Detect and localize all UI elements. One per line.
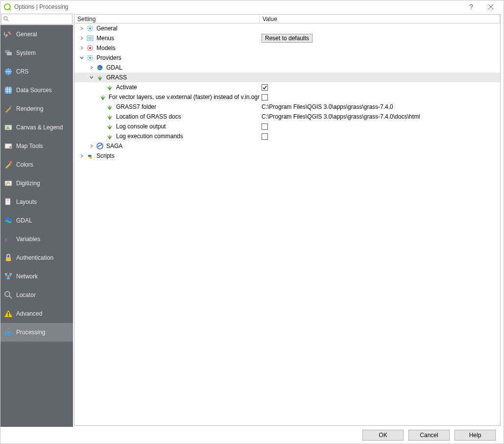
svg-point-36	[7, 331, 10, 334]
tree-grass-item-1[interactable]: For vector layers, use v.external (faste…	[74, 92, 500, 102]
sidebar-item-label: Locator	[16, 292, 36, 298]
svg-point-4	[4, 17, 7, 20]
title-bar: Options | Processing ?	[0, 0, 504, 13]
chevron-right-icon[interactable]	[88, 143, 95, 149]
sidebar-item-colors[interactable]: Colors	[0, 155, 73, 174]
sidebar-item-map-tools[interactable]: Map Tools	[0, 137, 73, 155]
sidebar-item-processing[interactable]: Processing	[0, 323, 73, 342]
tree-gdal[interactable]: GDAL	[74, 63, 500, 73]
svg-rect-7	[7, 52, 12, 55]
row-value[interactable]: C:\Program Files\QGIS 3.0\apps\grass\gra…	[260, 113, 500, 120]
sidebar-item-label: Canvas & Legend	[16, 124, 63, 131]
tree-grass[interactable]: GRASS	[74, 73, 500, 82]
svg-line-64	[92, 49, 93, 50]
svg-line-51	[92, 30, 93, 31]
chevron-right-icon[interactable]	[78, 25, 85, 32]
checkbox[interactable]	[262, 84, 268, 91]
grass-icon	[99, 93, 106, 101]
col-value-header[interactable]: Value	[260, 15, 500, 23]
sidebar-item-label: Colors	[16, 161, 33, 168]
svg-line-5	[7, 20, 9, 22]
layouts-icon	[3, 197, 13, 207]
sidebar-item-label: Rendering	[16, 105, 43, 112]
row-value[interactable]	[260, 84, 500, 91]
reset-defaults-button[interactable]: Reset to defaults	[262, 34, 312, 43]
sidebar-item-label: Advanced	[16, 310, 42, 317]
sidebar-item-label: System	[16, 49, 36, 56]
tree-grass-item-2[interactable]: GRASS7 folderC:\Program Files\QGIS 3.0\a…	[74, 102, 500, 112]
sidebar-item-label: Map Tools	[16, 143, 43, 149]
svg-text:ε: ε	[5, 236, 8, 243]
svg-line-1	[9, 8, 11, 10]
chevron-down-icon[interactable]	[78, 54, 85, 61]
sidebar-item-digitizing[interactable]: Digitizing	[0, 174, 73, 193]
saga-icon	[96, 142, 104, 150]
value-text[interactable]: C:\Program Files\QGIS 3.0\apps\grass\gra…	[262, 103, 393, 110]
tree-grass-item-4[interactable]: Log console output	[74, 122, 500, 131]
close-button[interactable]	[481, 1, 501, 13]
sidebar-item-data-sources[interactable]: Data Sources	[0, 81, 73, 99]
tree-grass-item-0[interactable]: Activate	[74, 82, 500, 92]
row-value[interactable]	[260, 94, 500, 100]
checkbox[interactable]	[262, 94, 268, 100]
tree-models[interactable]: Models	[74, 43, 500, 53]
chevron-right-icon[interactable]	[78, 45, 85, 51]
sidebar-item-label: Authentication	[16, 254, 53, 261]
sidebar-item-locator[interactable]: Locator	[0, 286, 73, 304]
tree-grass-item-5[interactable]: Log execution commands	[74, 131, 500, 141]
col-setting-header[interactable]: Setting	[74, 15, 260, 23]
chevron-right-icon[interactable]	[78, 35, 85, 42]
tree-general[interactable]: General	[74, 24, 500, 33]
gear-red-icon	[86, 44, 94, 52]
svg-line-65	[88, 49, 89, 50]
value-text[interactable]: C:\Program Files\QGIS 3.0\apps\grass\gra…	[262, 113, 420, 120]
sidebar-item-canvas-legend[interactable]: Canvas & Legend	[0, 118, 73, 137]
network-icon	[3, 271, 13, 281]
tree-saga[interactable]: SAGA	[74, 141, 500, 151]
svg-rect-9	[5, 87, 12, 94]
help-button[interactable]: ?	[461, 1, 481, 13]
svg-line-41	[5, 329, 7, 331]
row-label: Log execution commands	[116, 133, 183, 140]
row-value[interactable]	[260, 123, 500, 130]
svg-line-44	[10, 329, 12, 331]
ok-button[interactable]: OK	[362, 430, 404, 441]
cancel-button[interactable]: Cancel	[408, 430, 450, 441]
tree-providers[interactable]: Providers	[74, 53, 500, 63]
row-value[interactable]: Reset to defaults	[260, 34, 500, 43]
tree-menus[interactable]: MenusReset to defaults	[74, 33, 500, 43]
svg-point-35	[8, 316, 9, 317]
checkbox[interactable]	[262, 123, 268, 130]
sidebar-item-rendering[interactable]: Rendering	[0, 99, 73, 118]
sidebar-item-crs[interactable]: CRS	[0, 62, 73, 81]
svg-point-18	[9, 146, 11, 148]
tree-scripts[interactable]: Scripts	[74, 151, 500, 161]
help-button-footer[interactable]: Help	[455, 430, 496, 441]
row-value[interactable]: C:\Program Files\QGIS 3.0\apps\grass\gra…	[260, 103, 500, 110]
svg-point-31	[5, 292, 10, 296]
chevron-down-icon[interactable]	[88, 74, 95, 81]
row-label: Menus	[96, 35, 114, 42]
svg-line-43	[5, 334, 7, 336]
sidebar-item-gdal[interactable]: GDAL	[0, 211, 73, 230]
sidebar-item-layouts[interactable]: Layouts	[0, 193, 73, 211]
settings-tree[interactable]: GeneralMenusReset to defaultsModelsProvi…	[74, 24, 500, 425]
sidebar-item-authentication[interactable]: Authentication	[0, 248, 73, 267]
svg-line-75	[92, 56, 93, 57]
chevron-right-icon[interactable]	[88, 64, 95, 71]
svg-line-42	[10, 334, 12, 336]
chevron-right-icon[interactable]	[78, 152, 85, 159]
sidebar-item-label: General	[16, 31, 37, 38]
python-icon	[86, 152, 94, 160]
sidebar-item-network[interactable]: Network	[0, 267, 73, 286]
sidebar-item-variables[interactable]: εVariables	[0, 230, 73, 248]
sidebar-item-system[interactable]: System	[0, 44, 73, 62]
globe-icon	[3, 67, 13, 76]
row-value[interactable]	[260, 133, 500, 140]
sidebar-item-advanced[interactable]: Advanced	[0, 304, 73, 323]
tree-grass-item-3[interactable]: Location of GRASS docsC:\Program Files\Q…	[74, 112, 500, 122]
sidebar-item-label: Layouts	[16, 198, 37, 205]
search-input[interactable]	[1, 14, 72, 25]
sidebar-item-general[interactable]: General	[0, 25, 73, 44]
checkbox[interactable]	[262, 133, 268, 140]
